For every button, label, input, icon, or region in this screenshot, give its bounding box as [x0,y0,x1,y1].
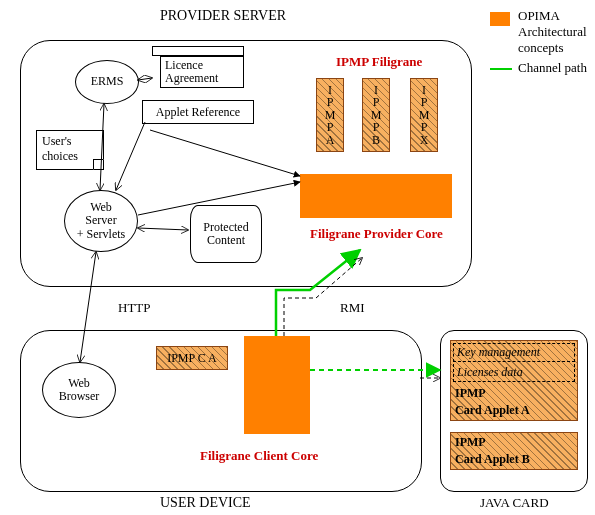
provider-server-title: PROVIDER SERVER [160,8,286,24]
card-a-l1: IPMP [451,384,577,403]
user-device-title: USER DEVICE [160,495,251,511]
ipmp-ca-label: IPMP C A [167,351,217,366]
protected-2: Content [207,234,245,247]
ipmp-ca-box: IPMP C A [156,346,228,370]
ipmp-b-box: I P M P B [362,78,390,152]
rmi-label: RMI [340,300,365,316]
licence-agreement: Licence Agreement [152,46,244,88]
users-choices-1: User's [42,134,98,149]
ipmp-a-label: I P M P A [325,84,336,147]
legend-opima-3: concepts [518,40,563,56]
erms-label: ERMS [91,75,124,88]
applet-reference-label: Applet Reference [156,105,240,120]
ipmp-b-label: I P M P B [371,84,382,147]
card-applet-a: Key management Licenses data IPMP Card A… [450,340,578,421]
card-b-l2: Card Applet B [451,452,577,469]
card-a-km: Key management [453,343,575,362]
card-b-l1: IPMP [451,433,577,452]
web-server-l3: + Servlets [77,228,125,241]
ipmp-a-box: I P M P A [316,78,344,152]
legend-swatch-orange [490,12,510,26]
card-applet-b: IPMP Card Applet B [450,432,578,470]
legend-swatch-green [490,68,512,70]
card-a-l2: Card Applet A [451,403,577,420]
legend-channel: Channel path [518,60,587,76]
licence-line2: Agreement [165,72,239,85]
users-choices-2: choices [42,149,98,164]
protected-content: Protected Content [190,205,262,263]
java-card-title: JAVA CARD [480,495,549,511]
users-choices-note: User's choices [36,130,104,170]
filigrane-client-core-block [244,336,310,434]
filigrane-provider-core-label: Filigrane Provider Core [310,226,443,242]
filigrane-provider-core-block [300,174,452,218]
ipmp-x-label: I P M P X [419,84,430,147]
erms-node: ERMS [75,60,139,104]
card-a-ld: Licenses data [453,364,575,382]
web-server-node: Web Server + Servlets [64,190,138,252]
web-browser-l2: Browser [59,390,100,403]
http-label: HTTP [118,300,151,316]
web-server-l2: Server [85,214,116,227]
ipmp-filigrane-title: IPMP Filigrane [336,54,422,70]
web-browser-node: Web Browser [42,362,116,418]
filigrane-client-core-label: Filigrane Client Core [200,448,318,464]
legend-opima-1: OPIMA [518,8,560,24]
ipmp-x-box: I P M P X [410,78,438,152]
legend-opima-2: Architectural [518,24,587,40]
applet-reference: Applet Reference [142,100,254,124]
